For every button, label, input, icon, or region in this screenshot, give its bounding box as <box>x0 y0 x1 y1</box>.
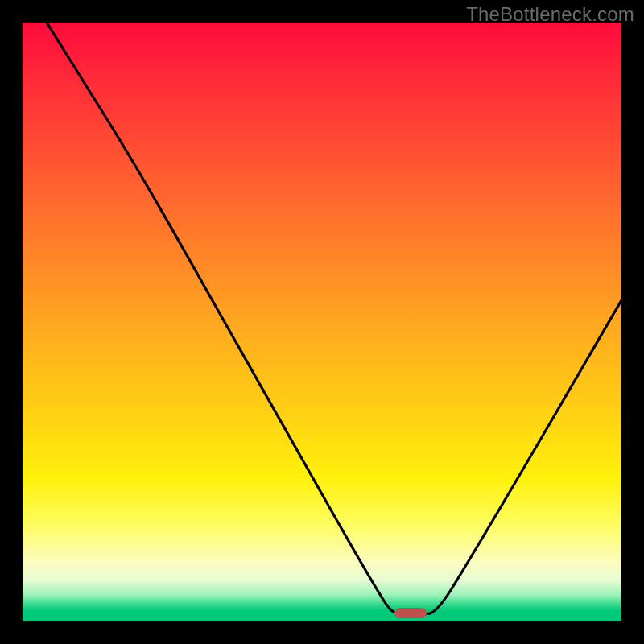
curve-right-segment <box>430 300 621 613</box>
bottleneck-curve <box>23 23 621 621</box>
curve-left-segment <box>47 23 398 613</box>
plot-area <box>23 23 621 621</box>
optimal-point-marker <box>394 608 427 618</box>
chart-frame: TheBottleneck.com <box>0 0 644 644</box>
